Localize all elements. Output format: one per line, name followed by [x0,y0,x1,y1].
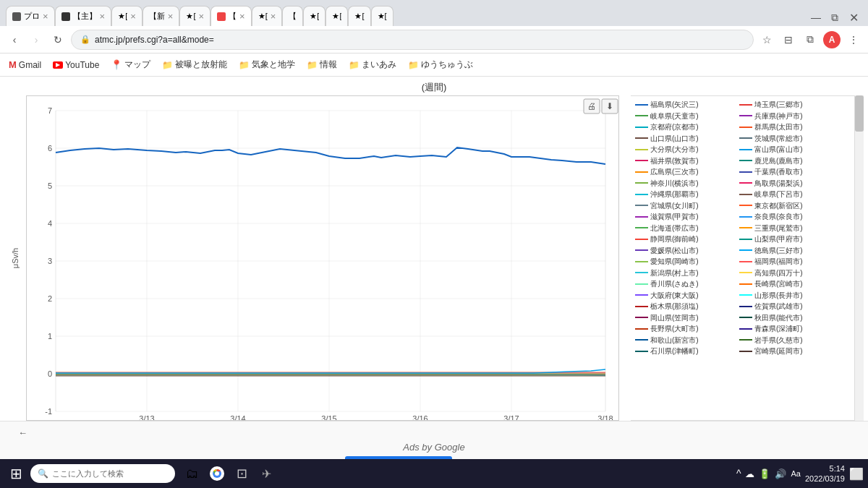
tab-12[interactable]: ★[ [371,6,393,26]
bookmark-folder2[interactable]: 📁 気象と地学 [236,57,298,72]
taskbar-apps: 🗂 ⊡ ✈ [181,462,278,485]
tab-2[interactable]: 【主】 × [55,6,112,26]
legend-item: 京都府(京都市) [635,121,736,133]
legend-item: 福井県(敦賀市) [635,155,736,167]
folder1-icon: 📁 [162,60,173,70]
bookmark-gmail[interactable]: M Gmail [6,58,44,72]
legend: 福島県(矢沢三)埼玉県(三郷市)岐阜県(天童市)兵庫県(神戸市)京都府(京都市)… [631,95,855,421]
scrollbar-thumb[interactable] [855,95,864,132]
tab-10[interactable]: ★[ [326,6,348,26]
tab-close-2[interactable]: × [100,11,106,22]
bookmark-gmail-label: Gmail [19,60,41,70]
bookmark-folder1-label: 被曝と放射能 [175,59,227,71]
menu-button[interactable]: ⋮ [845,31,862,48]
tab-close-4[interactable]: × [168,11,174,22]
bookmark-button[interactable]: ☆ [758,31,775,48]
tab-label-2: 【主】 [73,11,97,22]
tab-3[interactable]: ★[ × [111,6,142,26]
url-bar[interactable]: 🔒 atmc.jp/prefs.cgi?a=all&mode= [71,30,754,50]
taskbar-search-text: ここに入力して検索 [52,468,124,479]
legend-item: 福岡県(福岡市) [739,256,841,267]
legend-item: 宮城県(女川町) [635,200,736,212]
tab-11[interactable]: ★[ [348,6,370,26]
start-button[interactable]: ⊞ [4,462,27,485]
font-icon: Aa [791,469,800,478]
forward-button[interactable]: › [27,31,45,48]
tab-4[interactable]: 【新 × [142,6,180,26]
taskbar-search[interactable]: 🔍 ここに入力して検索 [30,464,175,483]
tab-label-12: ★[ [378,12,387,21]
bookmark-folder5[interactable]: 📁 ゆうちゅうぶ [405,57,476,72]
svg-text:4: 4 [48,219,52,228]
ad-back-arrow[interactable]: ← [18,427,27,438]
chart-wrapper: μSv/h [4,95,864,421]
show-desktop-icon[interactable]: ⬜ [849,467,864,481]
y-axis-label: μSv/h [11,248,20,268]
tab-close-1[interactable]: × [43,11,48,22]
folder4-icon: 📁 [349,60,359,70]
clock-date: 2022/03/19 [805,474,845,484]
bookmark-maps[interactable]: 📍 マップ [108,57,153,72]
battery-icon: 🔋 [759,468,770,479]
svg-text:⬇: ⬇ [606,101,613,111]
tab-close-active[interactable]: × [239,11,245,22]
bookmark-folder1[interactable]: 📁 被曝と放射能 [159,57,230,72]
tab-bar: プロ × 【主】 × ★[ × 【新 × ★[ × 【 × ★[ × [0,0,868,26]
youtube-icon: ▶ [53,61,63,69]
bookmark-folder3[interactable]: 📁 情報 [304,57,340,72]
taskbar-plane-icon[interactable]: ✈ [255,462,278,485]
bookmark-folder5-label: ゆうちゅうぶ [421,59,473,71]
svg-text:0: 0 [48,369,52,378]
legend-item: 石川県(津幡町) [635,346,736,357]
tab-8[interactable]: 【 [282,6,303,26]
bookmark-youtube[interactable]: ▶ YouTube [50,59,102,72]
chart-title: (週間) [4,81,864,94]
legend-item: 沖縄県(那覇市) [635,189,736,200]
extensions-button[interactable]: ⧉ [801,31,819,48]
tab-favicon-1 [12,12,21,21]
bookmark-folder4[interactable]: 📁 まいあみ [346,57,399,72]
restore-button[interactable]: ⧉ [826,9,843,26]
folder2-icon: 📁 [239,60,250,70]
taskbar-files-icon[interactable]: 🗂 [181,462,204,485]
maps-icon: 📍 [111,59,122,70]
legend-item: 香川県(さぬき) [635,278,736,290]
legend-item: 岐阜県(下呂市) [739,189,841,200]
tab-close-7[interactable]: × [271,11,276,22]
svg-text:5: 5 [48,181,52,190]
tab-7[interactable]: ★[ × [252,6,283,26]
tab-1[interactable]: プロ × [6,6,55,26]
tab-label-5: ★[ [186,12,195,21]
legend-item: 広島県(三次市) [635,166,736,178]
tab-5[interactable]: ★[ × [179,6,210,26]
bookmark-youtube-label: YouTube [65,60,99,70]
lock-icon: 🔒 [80,35,90,44]
bookmark-folder2-label: 気象と地学 [252,59,295,71]
legend-item: 滋賀県(甲賀市) [635,211,736,223]
legend-item: 長崎県(宮崎市) [739,278,841,290]
taskbar-media-icon[interactable]: ⊡ [230,462,253,485]
legend-item: 宮崎県(延岡市) [739,346,841,357]
tab-9[interactable]: ★[ [303,6,326,26]
tab-label-7: ★[ [258,12,268,21]
taskbar-chrome-icon[interactable] [205,462,229,485]
tab-search-button[interactable]: ⊟ [780,31,797,48]
legend-item: 鳥取県(湯梨浜) [739,178,841,189]
tab-active[interactable]: 【 × [210,6,252,26]
legend-item: 和歌山(新宮市) [635,335,736,346]
profile-avatar[interactable]: A [823,31,841,48]
minimize-button[interactable]: — [807,9,825,26]
reload-button[interactable]: ↻ [49,31,67,48]
svg-text:3/13: 3/13 [139,414,154,421]
svg-text:7: 7 [48,106,52,115]
bookmark-folder3-label: 情報 [320,59,337,71]
svg-text:3/18: 3/18 [597,414,613,421]
legend-item: 東京都(新宿区) [739,200,841,212]
svg-text:3/14: 3/14 [230,414,245,421]
tab-label-1: プロ [24,11,40,22]
back-button[interactable]: ‹ [6,31,23,48]
scrollbar[interactable] [855,95,864,421]
tab-close-5[interactable]: × [199,11,205,22]
close-button[interactable]: ✕ [845,9,862,26]
tab-close-3[interactable]: × [130,11,136,22]
